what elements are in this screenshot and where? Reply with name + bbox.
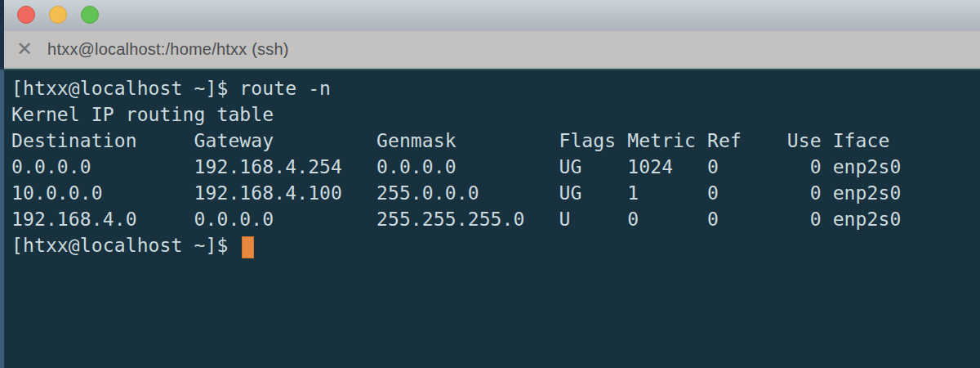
tab-close-icon[interactable]: ✕ bbox=[16, 39, 33, 59]
terminal-line-route-row: 0.0.0.0 192.168.4.254 0.0.0.0 UG 1024 0 … bbox=[11, 154, 980, 180]
prompt-line: [htxx@localhost ~]$ bbox=[11, 232, 980, 258]
tab-title: htxx@localhost:/home/htxx (ssh) bbox=[47, 40, 289, 59]
traffic-lights bbox=[17, 6, 99, 24]
cursor-block bbox=[242, 236, 254, 258]
terminal-window: ✕ htxx@localhost:/home/htxx (ssh) [htxx@… bbox=[0, 0, 980, 368]
terminal-line-table-title: Kernel IP routing table bbox=[11, 101, 980, 128]
prompt-text: [htxx@localhost ~]$ bbox=[11, 235, 239, 256]
tab-bar: ✕ htxx@localhost:/home/htxx (ssh) bbox=[0, 31, 980, 69]
terminal-screen[interactable]: [htxx@localhost ~]$ route -n Kernel IP r… bbox=[0, 69, 980, 368]
zoom-window-button[interactable] bbox=[81, 6, 99, 24]
window-left-edge bbox=[0, 0, 4, 69]
terminal-line-route-row: 192.168.4.0 0.0.0.0 255.255.255.0 U 0 0 … bbox=[11, 206, 980, 232]
terminal-line-command: [htxx@localhost ~]$ route -n bbox=[11, 75, 980, 101]
titlebar[interactable] bbox=[0, 0, 980, 31]
terminal-line-table-header: Destination Gateway Genmask Flags Metric… bbox=[11, 128, 980, 154]
terminal-line-route-row: 10.0.0.0 192.168.4.100 255.0.0.0 UG 1 0 … bbox=[11, 180, 980, 206]
close-window-button[interactable] bbox=[17, 6, 35, 24]
terminal-left-border bbox=[0, 70, 4, 368]
minimize-window-button[interactable] bbox=[49, 6, 67, 24]
